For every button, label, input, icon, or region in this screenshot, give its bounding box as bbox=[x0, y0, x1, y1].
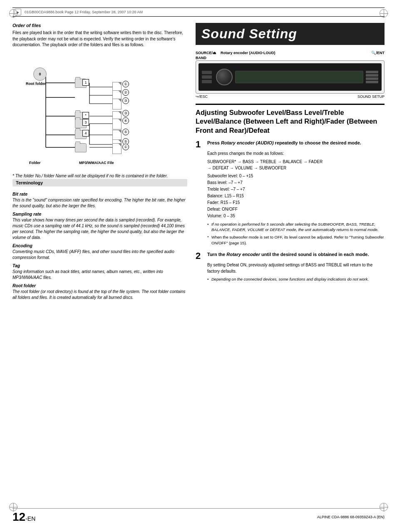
term-encoding-title: Encoding bbox=[12, 243, 187, 248]
esc-label: ↪/ESC bbox=[196, 94, 208, 99]
step-2-body-text: By setting Defeat ON, previously adjuste… bbox=[207, 262, 385, 274]
term-rootfolder-title: Root folder bbox=[12, 283, 187, 288]
step-2: 2 Turn the Rotary encoder until the desi… bbox=[196, 251, 385, 284]
device-btn-r2 bbox=[366, 74, 378, 77]
term-rootfolder-body: The root folder (or root directory) is f… bbox=[12, 289, 187, 301]
terminology-terms: Bit rate This is the "sound" compression… bbox=[12, 189, 187, 302]
step-1-note-bullet: If no operation is performed for 5 secon… bbox=[207, 221, 385, 233]
step-1-heading: Press Rotary encoder (AUDIO) repeatedly … bbox=[207, 140, 361, 146]
file-label: MP3/WMA/AAC File bbox=[79, 161, 114, 165]
main-layout: Order of files Files are played back in … bbox=[12, 23, 385, 505]
mode-sequence: SUBWOOFER* → BASS → TREBLE → BALANCE → F… bbox=[207, 159, 385, 171]
sound-setting-title: Sound Setting bbox=[196, 23, 385, 45]
device-image bbox=[196, 60, 385, 94]
step-1: 1 Press Rotary encoder (AUDIO) repeatedl… bbox=[196, 140, 385, 247]
device-right-buttons bbox=[366, 71, 378, 83]
diagram-footnote: * The folder No./ folder Name will not b… bbox=[12, 173, 187, 179]
page-number: 12 bbox=[12, 510, 25, 523]
step-1-body: Each press changes the mode as follows: … bbox=[207, 151, 385, 246]
header-arrow-icon: ► bbox=[15, 9, 21, 15]
page-footer: 12-EN ALPINE CDA-9886 68-09359Z43-A (EN) bbox=[12, 508, 385, 524]
device-top-labels: SOURCE/⏏ Rotary encoder (AUDIO·LOUD) 🔍/E… bbox=[196, 51, 385, 55]
header-text: 01GB00CDA9886.book Page 12 Friday, Septe… bbox=[25, 10, 143, 14]
device-inner bbox=[198, 63, 382, 91]
term-tag-body: Song information such as track titles, a… bbox=[12, 269, 187, 281]
adjusting-section-title: Adjusting Subwoofer Level/Bass Level/Tre… bbox=[196, 108, 385, 135]
file-num-circle-2: ② bbox=[122, 89, 129, 96]
device-btn-r4 bbox=[366, 81, 378, 83]
levels-list: Subwoofer level: 0 – +15 Bass level: –7 … bbox=[207, 173, 385, 219]
file-num-circle-6: ⑤ bbox=[122, 129, 129, 135]
page-number-area: 12-EN bbox=[12, 510, 35, 524]
step-2-heading: Turn the Rotary encoder until the desire… bbox=[207, 251, 369, 258]
folder-bottom-icon bbox=[75, 143, 87, 152]
order-of-files-section: Order of files Files are played back in … bbox=[12, 23, 187, 52]
left-column: Order of files Files are played back in … bbox=[12, 23, 187, 505]
folder-diagram: 0 1 * 3 4 ① ② bbox=[21, 56, 179, 168]
band-label: BAND bbox=[196, 56, 385, 60]
device-btn-r1 bbox=[366, 71, 378, 73]
device-btn-1 bbox=[202, 71, 212, 74]
term-tag-title: Tag bbox=[12, 263, 187, 268]
root-folder-label: Root folder bbox=[26, 82, 46, 86]
search-ent-label: 🔍/ENT bbox=[371, 51, 385, 55]
term-bitrate-body: This is the "sound" compression rate spe… bbox=[12, 197, 187, 209]
device-display bbox=[235, 71, 363, 83]
file-num-circle-4: ③ bbox=[122, 110, 129, 117]
folder-num-3: 3 bbox=[82, 119, 89, 126]
step-1-intro: Each press changes the mode as follows: bbox=[207, 151, 385, 157]
order-section-title: Order of files bbox=[12, 23, 187, 28]
device-rotary-knob bbox=[216, 69, 233, 85]
step-1-note-star: When the subwoofer mode is set to OFF, i… bbox=[207, 234, 385, 246]
device-btn-2 bbox=[202, 75, 212, 79]
page-header: ► 01GB00CDA9886.book Page 12 Friday, Sep… bbox=[12, 7, 385, 17]
step-2-number: 2 bbox=[196, 251, 204, 261]
term-sampling-body: This value shows how many times per seco… bbox=[12, 217, 187, 241]
file-num-circle-8: ① bbox=[122, 144, 129, 150]
term-bitrate-title: Bit rate bbox=[12, 191, 187, 196]
page-suffix: -EN bbox=[25, 515, 35, 522]
device-diagram: SOURCE/⏏ Rotary encoder (AUDIO·LOUD) 🔍/E… bbox=[196, 51, 385, 99]
footer-right: ALPINE CDA-9886 68-09359Z43-A (EN) bbox=[317, 515, 385, 519]
term-sampling-title: Sampling rate bbox=[12, 211, 187, 216]
folder-num-star: * bbox=[82, 112, 89, 119]
right-column: Sound Setting SOURCE/⏏ Rotary encoder (A… bbox=[196, 23, 385, 505]
device-bottom-labels: ↪/ESC SOUND SETUP bbox=[196, 94, 385, 99]
device-btn-r3 bbox=[366, 77, 378, 80]
sound-setup-label: SOUND SETUP bbox=[357, 94, 385, 99]
source-label: SOURCE/⏏ Rotary encoder (AUDIO·LOUD) bbox=[196, 51, 275, 55]
section-divider bbox=[196, 104, 385, 105]
file-num-circle-5: ④ bbox=[122, 117, 129, 124]
step-2-note-bullet: Depending on the connected devices, some… bbox=[207, 276, 385, 282]
folder-num-1: 1 bbox=[82, 79, 89, 86]
folder-num-4: 4 bbox=[82, 130, 89, 137]
file-num-circle-3: ③ bbox=[122, 97, 129, 104]
step-2-body: By setting Defeat ON, previously adjuste… bbox=[207, 262, 385, 282]
step-1-number: 1 bbox=[196, 140, 204, 149]
file-num-circle-1: ① bbox=[122, 81, 129, 87]
step-2-header: 2 Turn the Rotary encoder until the desi… bbox=[196, 251, 385, 261]
file-8-icon bbox=[112, 143, 122, 154]
device-left-buttons bbox=[202, 71, 212, 83]
order-section-body: Files are played back in the order that … bbox=[12, 30, 187, 48]
root-disc-icon: 0 bbox=[33, 67, 47, 81]
step-1-header: 1 Press Rotary encoder (AUDIO) repeatedl… bbox=[196, 140, 385, 149]
device-btn-3 bbox=[202, 80, 212, 83]
terminology-header: Terminology bbox=[12, 179, 187, 186]
folder-label: Folder bbox=[29, 161, 41, 165]
file-5-icon bbox=[112, 119, 122, 129]
term-encoding-body: Converting music CDs, WAVE (AIFF) files,… bbox=[12, 249, 187, 261]
file-3-icon bbox=[112, 99, 122, 109]
